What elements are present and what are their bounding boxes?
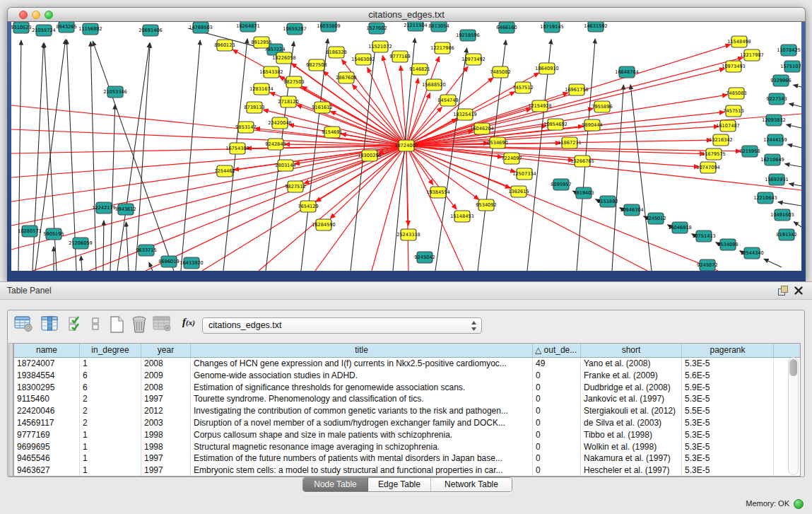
graph-node[interactable]: 9827508 bbox=[306, 59, 326, 71]
column-header-short[interactable]: short bbox=[581, 344, 682, 357]
citation-graph[interactable]: 9310523210557248943265111568822069140614… bbox=[11, 22, 801, 271]
graph-node[interactable]: 22420046 bbox=[268, 117, 292, 129]
graph-node[interactable]: 11521072 bbox=[368, 41, 392, 52]
graph-node[interactable]: 10973492 bbox=[461, 54, 486, 65]
zoom-window-icon[interactable] bbox=[45, 11, 53, 19]
column-header-pagerank[interactable]: pagerank bbox=[682, 344, 774, 357]
graph-node[interactable]: 12831674 bbox=[249, 83, 273, 95]
graph-node[interactable]: 20691406 bbox=[139, 25, 163, 36]
graph-node[interactable]: 16433920 bbox=[180, 257, 204, 269]
graph-node[interactable]: 2867608 bbox=[336, 72, 356, 83]
close-panel-icon[interactable] bbox=[794, 286, 804, 296]
graph-node[interactable]: 8943265 bbox=[56, 22, 76, 33]
graph-node[interactable]: 16961758 bbox=[565, 84, 589, 95]
graph-node[interactable]: 16033809 bbox=[317, 22, 341, 32]
graph-node[interactable]: 8960123 bbox=[214, 40, 235, 51]
graph-node[interactable]: 10946304 bbox=[620, 204, 644, 216]
table-row[interactable]: 1872400712008Changes of HCN gene express… bbox=[14, 358, 800, 370]
graph-node[interactable]: 9151692 bbox=[597, 196, 618, 207]
graph-node[interactable]: 14631592 bbox=[584, 22, 608, 32]
graph-node[interactable]: 8696019 bbox=[158, 256, 179, 267]
graph-node[interactable]: 11867211 bbox=[558, 137, 582, 148]
delete-icon[interactable] bbox=[129, 315, 149, 334]
graph-node[interactable]: 10491603 bbox=[770, 209, 794, 221]
graph-node[interactable]: 16210649 bbox=[760, 154, 784, 165]
scrollbar-thumb[interactable] bbox=[789, 359, 797, 376]
graph-node[interactable]: 9161612 bbox=[312, 102, 332, 113]
graph-node[interactable]: 9242848 bbox=[265, 139, 286, 150]
graph-node[interactable]: 11078425 bbox=[777, 45, 801, 56]
graph-node[interactable]: 1527602 bbox=[366, 23, 387, 34]
graph-node[interactable]: 21055724 bbox=[32, 25, 56, 36]
graph-node[interactable]: 21211504 bbox=[404, 22, 428, 31]
graph-node[interactable]: 7485082 bbox=[490, 66, 510, 78]
graph-node[interactable]: 16648784 bbox=[615, 66, 639, 78]
table-row[interactable]: 946554611997Estimation of the future num… bbox=[14, 452, 800, 465]
table-row[interactable]: 969969511998Structural magnetic resonanc… bbox=[14, 441, 800, 453]
tab-node-table[interactable]: Node Table bbox=[303, 478, 368, 491]
graph-node[interactable]: 12093832 bbox=[762, 115, 786, 126]
graph-node[interactable]: 25243318 bbox=[396, 229, 420, 240]
graph-node[interactable]: 12217987 bbox=[740, 49, 764, 61]
graph-node[interactable]: 21053346 bbox=[103, 86, 127, 98]
graph-node[interactable]: 19218596 bbox=[456, 30, 480, 41]
graph-node[interactable]: 9633715 bbox=[136, 245, 156, 256]
graph-node[interactable]: 8943612 bbox=[115, 204, 136, 215]
graph-node[interactable]: 9154691 bbox=[322, 127, 342, 138]
graph-node[interactable]: 15692931 bbox=[765, 174, 789, 185]
column-header-year[interactable]: year bbox=[141, 344, 191, 357]
graph-node[interactable]: 12217986 bbox=[430, 42, 454, 54]
graph-node[interactable]: 9890444 bbox=[582, 119, 602, 131]
graph-node[interactable]: 9329966 bbox=[770, 75, 791, 86]
graph-node[interactable]: 7224097 bbox=[501, 153, 522, 164]
graph-node[interactable]: 10280571 bbox=[18, 226, 42, 237]
graph-node[interactable]: 8186328 bbox=[326, 47, 346, 58]
graph-node[interactable]: 9827512 bbox=[285, 181, 305, 192]
graph-node[interactable]: 9245042 bbox=[414, 252, 435, 263]
graph-node[interactable]: 9245072 bbox=[697, 259, 717, 271]
graph-node[interactable]: 8739133 bbox=[244, 102, 264, 113]
graph-node[interactable]: 15463082 bbox=[351, 54, 375, 65]
graph-node[interactable]: 12444159 bbox=[763, 134, 787, 146]
graph-node[interactable]: 16046918 bbox=[668, 222, 692, 233]
graph-node[interactable]: 9310523 bbox=[11, 22, 32, 33]
graph-node[interactable]: 16754389 bbox=[225, 143, 249, 154]
table-scrollbar[interactable] bbox=[788, 357, 799, 475]
graph-node[interactable]: 8534690 bbox=[487, 137, 507, 148]
graph-node[interactable]: 13266765 bbox=[570, 156, 594, 167]
graph-node[interactable]: 8912955 bbox=[251, 37, 271, 48]
graph-node[interactable]: 14769503 bbox=[189, 22, 213, 33]
select-rows-icon[interactable] bbox=[66, 315, 86, 334]
column-header-out_de[interactable]: △ out_de... bbox=[533, 344, 581, 357]
table-row[interactable]: 1938455462009Genome-wide association stu… bbox=[14, 370, 800, 382]
close-window-icon[interactable] bbox=[19, 11, 28, 19]
table-row[interactable]: 2242004622012Investigating the contribut… bbox=[14, 405, 800, 417]
graph-node[interactable]: 18640910 bbox=[535, 63, 559, 74]
graph-node[interactable]: 16264871 bbox=[236, 22, 260, 32]
graph-node[interactable]: 5905195 bbox=[43, 228, 64, 240]
column-icon[interactable] bbox=[40, 315, 60, 334]
graph-node[interactable]: 2718120 bbox=[278, 96, 298, 107]
graph-node[interactable]: 8215958 bbox=[739, 146, 760, 157]
table-row[interactable]: 1456911722003Disruption of a novel membe… bbox=[14, 417, 800, 429]
graph-node[interactable]: 9853147 bbox=[235, 122, 256, 133]
graph-node[interactable]: 9534092 bbox=[476, 199, 496, 211]
graph-node[interactable]: 10751413 bbox=[692, 230, 716, 242]
graph-node[interactable]: 8191342 bbox=[776, 229, 796, 240]
graph-node[interactable]: 21206059 bbox=[69, 238, 93, 249]
column-header-title[interactable]: title bbox=[191, 344, 533, 357]
graph-node[interactable]: 1362615 bbox=[508, 186, 529, 197]
graph-node[interactable]: 9227343 bbox=[766, 93, 787, 105]
table-row[interactable]: 1830029562008Estimation of significance … bbox=[14, 382, 800, 394]
graph-node[interactable]: 6466160 bbox=[496, 22, 517, 33]
graph-node[interactable]: 9146821 bbox=[409, 64, 430, 75]
table-row[interactable]: 977716911998Corpus callosum shape and si… bbox=[14, 429, 800, 441]
graph-node[interactable]: 7254462 bbox=[214, 165, 235, 177]
memory-status-icon[interactable] bbox=[794, 499, 804, 509]
graph-node[interactable]: 9827503 bbox=[283, 76, 304, 88]
graph-node[interactable]: 8813054 bbox=[428, 22, 449, 32]
graph-node[interactable]: 16284590 bbox=[312, 219, 336, 230]
graph-node[interactable]: 7457513 bbox=[723, 105, 743, 117]
tab-edge-table[interactable]: Edge Table bbox=[368, 478, 431, 491]
table-row[interactable]: 946362711997Embryonic stem cells: a mode… bbox=[14, 465, 800, 477]
